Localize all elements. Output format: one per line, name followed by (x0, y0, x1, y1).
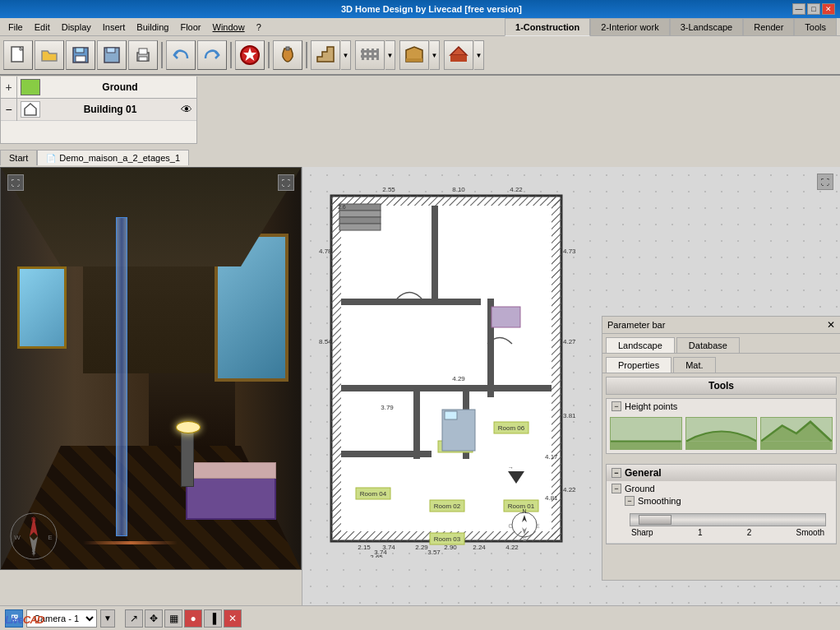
toolbar-floor-arrow[interactable]: ▼ (430, 40, 440, 70)
param-general-section: − General − Ground − Smoothing (606, 464, 837, 544)
tab-start[interactable]: Start (0, 150, 37, 165)
layer-remove-btn[interactable]: − (1, 99, 17, 121)
close-button[interactable]: ✕ (822, 3, 835, 15)
param-smoothing-header[interactable]: − Smoothing (625, 493, 831, 508)
toolbar-stairs-arrow[interactable]: ▼ (341, 40, 351, 70)
3d-view[interactable]: N S E W ⛶ ⛶ (0, 167, 302, 570)
toolbar-stairs[interactable] (311, 40, 340, 70)
svg-text:8.54: 8.54 (319, 338, 332, 345)
menu-help[interactable]: ? (252, 21, 266, 34)
view2d-expand-btn[interactable]: ⛶ (817, 174, 833, 190)
livecad-logo: LiveCAD (5, 614, 44, 626)
layer-add-btn[interactable]: + (1, 76, 17, 99)
toolbar-paint[interactable] (273, 40, 302, 70)
layer-visibility-btn[interactable]: 👁 (177, 99, 196, 121)
view3d-pillar (116, 217, 127, 536)
param-collapse-btn[interactable]: − (612, 401, 621, 411)
param-general-label: General (625, 467, 662, 479)
svg-marker-22 (25, 104, 36, 115)
toolbar-sep3 (268, 42, 270, 68)
param-subtab-mat[interactable]: Mat. (673, 357, 715, 373)
toolbar-undo[interactable] (166, 40, 196, 70)
bottom-cursor-icon[interactable]: ↗ (125, 609, 143, 628)
tab-demo-file[interactable]: 📄 Demo_maison_a_2_etages_1 (37, 150, 189, 165)
svg-rect-78 (339, 217, 381, 224)
menu-edit[interactable]: Edit (30, 21, 55, 34)
param-subtabs: Properties Mat. (602, 354, 840, 373)
toolbar-open[interactable] (35, 40, 64, 70)
toolbar-floor[interactable] (399, 40, 429, 70)
maximize-button[interactable]: □ (807, 3, 820, 15)
param-tab-database[interactable]: Database (676, 337, 740, 353)
doc-tabs: Start 📄 Demo_maison_a_2_etages_1 (0, 150, 189, 165)
tab-landscape[interactable]: 3-Landscape (670, 18, 744, 36)
toolbar-fence[interactable] (355, 40, 385, 70)
svg-rect-3 (76, 48, 84, 53)
menu-window[interactable]: Window (208, 21, 250, 34)
param-tab-landscape[interactable]: Landscape (606, 337, 675, 353)
svg-text:2.65: 2.65 (370, 554, 383, 558)
menu-insert[interactable]: Insert (98, 21, 131, 34)
minimize-button[interactable]: — (792, 3, 805, 15)
height-point-1[interactable] (610, 417, 682, 450)
param-ground-collapse[interactable]: − (612, 484, 621, 493)
svg-text:S: S (31, 549, 35, 556)
param-subtab-properties[interactable]: Properties (606, 357, 672, 373)
window-controls: — □ ✕ (792, 3, 835, 15)
label-one: 1 (698, 528, 703, 537)
param-general-collapse[interactable]: − (612, 468, 621, 478)
toolbar-new[interactable] (3, 40, 33, 70)
smoothing-thumb[interactable] (639, 515, 672, 525)
toolbar-save2[interactable] (97, 40, 127, 70)
svg-text:8.10: 8.10 (452, 186, 465, 193)
svg-text:→: → (508, 465, 514, 470)
param-height-points-header[interactable]: − Height points (607, 399, 836, 414)
logo-cad: CAD (23, 614, 44, 626)
height-points-row (607, 414, 836, 453)
bottom-grid-toggle[interactable]: ▦ (164, 609, 182, 628)
toolbar-roof-arrow[interactable]: ▼ (474, 40, 484, 70)
layer-building-row[interactable]: − Building 01 👁 (1, 99, 196, 121)
param-ground-header[interactable]: − Ground (612, 484, 831, 493)
height-point-3[interactable] (760, 417, 833, 450)
bottom-close-icon[interactable]: ✕ (224, 609, 242, 628)
svg-rect-6 (107, 48, 115, 53)
toolbar-roof[interactable] (444, 40, 473, 70)
view3d-expand-btn[interactable]: ⛶ (7, 174, 24, 191)
bottom-pin-icon[interactable]: ● (184, 609, 202, 628)
layer-ground-row[interactable]: + Ground (1, 76, 196, 99)
tab-interior[interactable]: 2-Interior work (590, 18, 669, 36)
toolbar-sep1 (161, 42, 163, 68)
menu-building[interactable]: Building (132, 21, 173, 34)
toolbar-fence-arrow[interactable]: ▼ (385, 40, 395, 70)
bottom-nav-icon[interactable]: ▐ (204, 609, 222, 628)
layer-ground-icon (21, 79, 40, 95)
param-smoothing-collapse[interactable]: − (625, 496, 635, 506)
svg-text:4.27: 4.27 (563, 338, 576, 345)
svg-text:3.79: 3.79 (381, 404, 394, 411)
param-close-btn[interactable]: ✕ (827, 319, 835, 331)
svg-text:4.22: 4.22 (563, 486, 576, 493)
svg-rect-42 (413, 385, 420, 459)
smoothing-slider[interactable] (630, 513, 826, 526)
toolbar-stop[interactable] (235, 40, 265, 70)
camera-dropdown-arrow[interactable]: ▼ (100, 609, 115, 628)
svg-text:4.78: 4.78 (319, 248, 332, 255)
menu-display[interactable]: Display (57, 21, 96, 34)
toolbar-print[interactable] (128, 40, 158, 70)
svg-rect-34 (331, 196, 341, 541)
svg-text:Room 01: Room 01 (508, 503, 535, 510)
svg-text:4.22: 4.22 (510, 186, 523, 193)
menu-floor[interactable]: Floor (175, 21, 205, 34)
svg-rect-18 (376, 49, 379, 60)
tab-tools[interactable]: Tools (794, 18, 837, 36)
toolbar-save[interactable] (66, 40, 95, 70)
param-height-points-group: − Height points (606, 398, 837, 454)
tab-construction[interactable]: 1-Construction (505, 18, 590, 36)
toolbar-redo[interactable] (197, 40, 227, 70)
view3d-minimize-btn[interactable]: ⛶ (278, 174, 294, 191)
bottom-move-icon[interactable]: ✥ (145, 609, 163, 628)
menu-file[interactable]: File (3, 21, 28, 34)
tab-render[interactable]: Render (743, 18, 794, 36)
height-point-2[interactable] (685, 417, 758, 450)
